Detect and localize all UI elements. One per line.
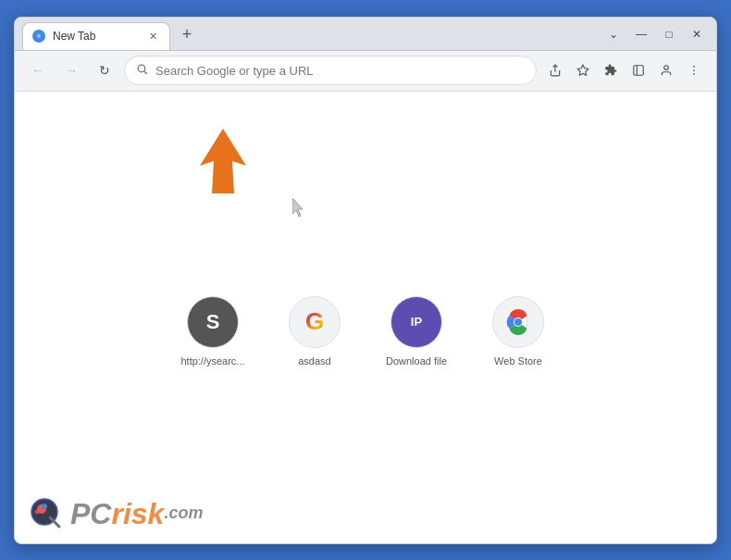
webstore-icon: [492, 296, 544, 348]
watermark: PCrisk.com: [30, 497, 203, 532]
svg-point-16: [514, 318, 522, 326]
svg-point-7: [664, 66, 669, 70]
ysearch-icon: S: [187, 296, 239, 348]
watermark-risk: risk: [111, 497, 164, 530]
watermark-brand: PCrisk.com: [70, 497, 203, 531]
svg-point-1: [138, 65, 145, 72]
menu-icon-button[interactable]: [681, 57, 707, 83]
shortcut-item-webstore[interactable]: Web Store: [477, 296, 560, 367]
browser-window: New Tab ✕ + ⌄ — □ ✕ ← → ↻: [14, 17, 717, 544]
maximize-button[interactable]: □: [657, 22, 681, 46]
svg-point-10: [693, 73, 695, 75]
svg-point-21: [35, 509, 40, 514]
ysearch-label: http://ysearc...: [180, 355, 244, 367]
download-icon: IP: [390, 296, 442, 348]
svg-point-19: [42, 504, 47, 509]
svg-point-8: [693, 66, 695, 68]
svg-point-9: [693, 69, 695, 71]
svg-rect-5: [634, 66, 644, 76]
shortcut-item-asdasd[interactable]: G asdasd: [273, 296, 356, 367]
asdasd-icon: G: [289, 296, 341, 348]
svg-marker-12: [292, 198, 303, 217]
reload-button[interactable]: ↻: [91, 56, 118, 84]
share-icon-button[interactable]: [542, 57, 568, 83]
pcrisk-logo: [30, 497, 65, 532]
collapse-button[interactable]: ⌄: [601, 22, 626, 46]
new-tab-button[interactable]: +: [174, 22, 200, 48]
profile-icon-button[interactable]: [653, 57, 679, 83]
shortcut-item-ysearch[interactable]: S http://ysearc...: [171, 296, 254, 367]
tab-favicon: [32, 30, 45, 43]
minimize-button[interactable]: —: [629, 22, 653, 46]
tab-title: New Tab: [53, 30, 138, 43]
tab-close-button[interactable]: ✕: [145, 29, 160, 44]
forward-button[interactable]: →: [57, 56, 85, 84]
svg-marker-11: [200, 129, 246, 193]
extension-icon-button[interactable]: [598, 57, 624, 83]
tab-strip: New Tab ✕ +: [22, 22, 601, 50]
arrow-annotation: [195, 129, 251, 193]
webstore-label: Web Store: [494, 355, 542, 367]
watermark-pc: PC: [70, 497, 111, 530]
download-label: Download file: [386, 355, 447, 367]
svg-line-2: [144, 71, 147, 74]
url-input[interactable]: [155, 64, 525, 78]
toolbar-right-icons: [542, 57, 707, 83]
sidebar-icon-button[interactable]: [626, 57, 651, 83]
page-content: S http://ysearc... G asdasd IP Download …: [15, 92, 716, 543]
shortcuts-grid: S http://ysearc... G asdasd IP Download …: [171, 296, 560, 367]
shortcut-item-download[interactable]: IP Download file: [375, 296, 458, 367]
search-icon: [136, 63, 148, 78]
bookmark-icon-button[interactable]: [570, 57, 596, 83]
back-button[interactable]: ←: [24, 56, 52, 84]
window-controls: ⌄ — □ ✕: [601, 22, 709, 50]
asdasd-label: asdasd: [298, 355, 330, 367]
title-bar: New Tab ✕ + ⌄ — □ ✕: [15, 18, 716, 51]
address-bar[interactable]: [124, 56, 537, 85]
close-button[interactable]: ✕: [685, 22, 709, 46]
active-tab[interactable]: New Tab ✕: [22, 22, 170, 50]
toolbar: ← → ↻: [15, 51, 716, 92]
cursor-annotation: [292, 198, 309, 218]
svg-marker-4: [577, 65, 589, 75]
watermark-com: .com: [164, 504, 203, 522]
